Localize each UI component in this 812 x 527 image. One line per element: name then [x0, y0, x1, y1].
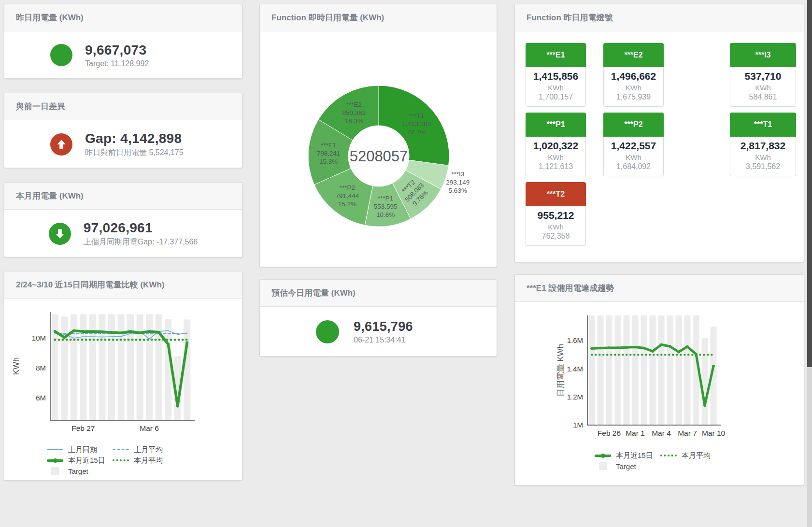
light-tile-unit: KWh — [526, 153, 585, 161]
light-tile-label: ***I3 — [730, 43, 796, 67]
light-tile-body: 1,422,557KWh1,684,092 — [603, 137, 664, 176]
light-tile-body: 537,710KWh584,861 — [730, 67, 796, 107]
x-tick-label: Mar 1 — [626, 429, 645, 437]
y-tick-label: 8M — [36, 364, 46, 372]
y-tick-label: 1.6M — [567, 336, 583, 344]
e1-trend-panel: ***E1 設備用電達成趨勢 1M1.2M1.4M1.6MFeb 26Mar 1… — [514, 274, 804, 485]
data-point — [110, 331, 113, 334]
legend-label: 上月同期 — [68, 445, 97, 455]
light-tile-value: 1,415,856 — [526, 71, 585, 82]
light-tile-value: 1,496,662 — [604, 71, 663, 82]
y-tick-label: 1.2M — [567, 393, 583, 401]
panel-title: 與前一日差異 — [4, 93, 242, 120]
legend-item[interactable]: 上月同期 — [47, 445, 113, 455]
legend-item[interactable]: 本月近15日 — [47, 456, 113, 465]
target-bar — [137, 314, 143, 420]
target-bar — [624, 315, 630, 425]
scrollbar-thumb[interactable] — [807, 0, 812, 367]
data-point — [157, 331, 160, 334]
target-bar — [589, 315, 595, 425]
x-tick-label: Mar 6 — [140, 424, 159, 432]
stat-value: 97,026,961 — [84, 220, 198, 236]
donut-center-total: 5208057 — [350, 148, 408, 165]
legend-swatch-icon — [47, 467, 63, 475]
stat-value: 9,615,796 — [354, 319, 441, 334]
legend-item[interactable]: 本月平均 — [113, 456, 178, 465]
legend-item[interactable]: Target — [595, 462, 660, 470]
data-point — [660, 343, 663, 346]
estimated-today-card: 預估今日用電量 (KWh) 9,615,796 06-21 15:34:41 — [259, 279, 497, 356]
x-tick-label: Mar 10 — [702, 429, 726, 437]
scrollbar-track[interactable] — [807, 0, 812, 527]
data-point — [634, 346, 637, 349]
legend-label: Target — [616, 462, 636, 470]
target-bar — [165, 319, 171, 420]
target-bar — [676, 315, 682, 425]
y-tick-label: 10M — [32, 334, 46, 342]
panel-title: 2/24~3/10 近15日同期用電量比較 (KWh) — [4, 271, 242, 299]
yesterday-usage-card: 昨日用電量 (KWh) 9,667,073 Target: 11,128,992 — [4, 4, 242, 79]
target-bar — [156, 314, 162, 420]
legend-item[interactable]: 本月近15日 — [595, 451, 660, 460]
light-tile-target: 1,684,092 — [604, 162, 663, 171]
legend-item[interactable]: 本月平均 — [660, 451, 726, 460]
target-bar — [99, 314, 105, 420]
light-tile-value: 955,212 — [526, 210, 585, 221]
data-point — [101, 330, 104, 333]
light-tile-body: 1,496,662KWh1,675,939 — [603, 67, 664, 107]
target-bar — [184, 319, 190, 420]
data-point — [185, 342, 188, 344]
data-point — [167, 343, 170, 346]
panel-title: 預估今日用電量 (KWh) — [260, 280, 497, 307]
data-point — [608, 346, 611, 349]
light-tile-label: ***T1 — [730, 113, 796, 137]
x-tick-label: Feb 26 — [598, 429, 621, 437]
light-tile: ***T2955,212KWh762,358 — [526, 182, 586, 246]
legend-label: 上月平均 — [134, 445, 163, 455]
light-tile-value: 1,422,557 — [604, 140, 663, 152]
light-tile-body: 1,415,856KWh1,700,157 — [526, 67, 586, 107]
stat-subtext: Target: 11,128,992 — [85, 59, 196, 68]
month-usage-card: 本月用電量 (KWh) 97,026,961 上個月同期用電Gap: -17,3… — [4, 182, 242, 257]
legend-label: 本月近15日 — [68, 456, 105, 465]
light-tile-unit: KWh — [526, 223, 585, 231]
light-tile-label: ***E2 — [603, 43, 664, 67]
legend-label: 本月平均 — [682, 451, 711, 460]
data-point — [129, 330, 132, 333]
light-tile: ***I3537,710KWh584,861 — [730, 43, 796, 107]
stat-timestamp: 06-21 15:34:41 — [354, 336, 441, 344]
data-point — [599, 347, 602, 350]
target-bar — [606, 315, 613, 425]
prev-day-gap-card: 與前一日差異 Gap: 4,142,898 昨日與前日用電量 5,524,175 — [4, 93, 242, 168]
legend-label: 本月近15日 — [616, 451, 653, 460]
target-bar — [650, 315, 656, 425]
data-point — [82, 330, 85, 333]
legend-item[interactable]: 上月平均 — [113, 445, 178, 455]
chart-legend: 上月同期上月平均本月近15日本月平均Target — [47, 444, 178, 476]
legend-swatch-icon — [595, 455, 611, 457]
data-point — [72, 329, 75, 332]
legend-swatch-icon — [595, 462, 611, 470]
panel-title: ***E1 設備用電達成趨勢 — [515, 275, 804, 302]
legend-swatch-icon — [47, 459, 63, 462]
data-point — [176, 405, 179, 408]
legend-swatch-icon — [47, 449, 63, 450]
light-tile-target: 3,591,562 — [730, 162, 796, 171]
fifteen-day-comparison-panel: 2/24~3/10 近15日同期用電量比較 (KWh) 6M8M10MFeb 2… — [4, 271, 242, 481]
target-bar — [615, 315, 621, 425]
stat-subtext: 昨日與前日用電量 5,524,175 — [85, 148, 196, 158]
x-tick-label: Feb 27 — [71, 424, 95, 432]
stat-value: Gap: 4,142,898 — [85, 131, 196, 146]
data-point — [91, 330, 94, 333]
light-tile-label: ***T2 — [526, 182, 586, 206]
data-point — [686, 345, 689, 348]
y-tick-label: 1M — [573, 421, 583, 429]
light-tile-value: 2,817,832 — [730, 140, 796, 152]
legend-item[interactable]: Target — [47, 467, 113, 475]
light-tile-body: 955,212KWh762,358 — [526, 206, 586, 246]
light-tile: ***P11,020,322KWh1,121,613 — [526, 113, 586, 176]
light-tile-label: ***P2 — [603, 113, 664, 137]
dashboard: 昨日用電量 (KWh) 9,667,073 Target: 11,128,992… — [0, 0, 812, 527]
light-tile-target: 1,700,157 — [526, 93, 585, 101]
data-point — [590, 347, 593, 350]
